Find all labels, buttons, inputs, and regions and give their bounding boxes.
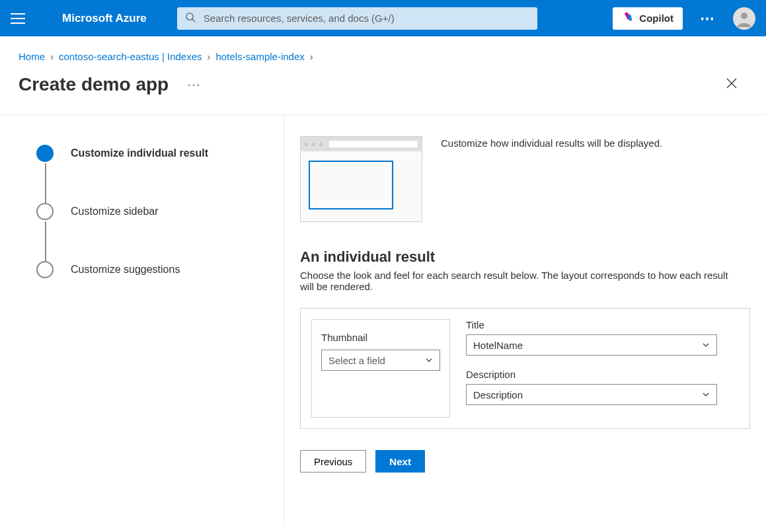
thumbnail-select-value: Select a field bbox=[328, 355, 385, 366]
copilot-button[interactable]: Copilot bbox=[613, 7, 683, 30]
step-label: Customize individual result bbox=[71, 147, 208, 159]
section-heading: An individual result bbox=[300, 248, 750, 266]
page-more-icon[interactable]: ⋯ bbox=[187, 77, 201, 93]
breadcrumb-resource[interactable]: contoso-search-eastus | Indexes bbox=[59, 51, 202, 62]
thumbnail-select[interactable]: Select a field bbox=[321, 350, 440, 371]
step-label: Customize suggestions bbox=[71, 264, 180, 276]
chevron-down-icon bbox=[702, 341, 710, 349]
svg-point-0 bbox=[186, 13, 193, 19]
result-preview-illustration bbox=[300, 136, 422, 222]
hamburger-icon[interactable] bbox=[11, 13, 25, 24]
copilot-label: Copilot bbox=[639, 13, 673, 24]
fields-right-column: Title HotelName Description Description bbox=[466, 319, 739, 405]
thumbnail-column: Thumbnail Select a field bbox=[311, 319, 450, 418]
svg-line-1 bbox=[192, 19, 195, 22]
step-item-individual-result[interactable]: Customize individual result bbox=[36, 145, 265, 162]
description-select-value: Description bbox=[473, 389, 523, 400]
close-icon[interactable] bbox=[721, 71, 742, 97]
preview-description: Customize how individual results will be… bbox=[441, 136, 662, 149]
chevron-right-icon: › bbox=[50, 51, 54, 62]
step-circle-icon bbox=[36, 203, 54, 220]
page-header: Create demo app ⋯ bbox=[0, 67, 766, 114]
title-select[interactable]: HotelName bbox=[466, 334, 717, 356]
section-subtext: Choose the look and feel for each search… bbox=[300, 270, 743, 292]
title-label: Title bbox=[466, 319, 739, 330]
svg-point-2 bbox=[741, 13, 747, 19]
step-item-sidebar[interactable]: Customize sidebar bbox=[36, 203, 265, 220]
search-box[interactable] bbox=[177, 7, 537, 30]
breadcrumb: Home › contoso-search-eastus | Indexes ›… bbox=[0, 36, 766, 67]
chevron-down-icon bbox=[425, 356, 433, 364]
thumbnail-label: Thumbnail bbox=[321, 332, 440, 343]
description-label: Description bbox=[466, 369, 739, 380]
field-configuration-box: Thumbnail Select a field Title HotelName… bbox=[300, 308, 750, 429]
wizard-footer: Previous Next bbox=[300, 429, 750, 473]
step-nav: Customize individual result Customize si… bbox=[0, 115, 284, 525]
next-button[interactable]: Next bbox=[375, 450, 425, 473]
brand-label[interactable]: Microsoft Azure bbox=[62, 12, 147, 25]
copilot-icon bbox=[622, 11, 634, 25]
chevron-right-icon: › bbox=[310, 51, 313, 62]
search-icon bbox=[185, 12, 196, 25]
chevron-down-icon bbox=[702, 391, 710, 399]
step-circle-icon bbox=[36, 145, 54, 162]
search-input[interactable] bbox=[202, 12, 529, 24]
person-icon bbox=[736, 10, 753, 27]
top-bar: Microsoft Azure Copilot ⋯ bbox=[0, 0, 766, 36]
main-pane: Customize how individual results will be… bbox=[284, 115, 766, 525]
more-icon[interactable]: ⋯ bbox=[700, 10, 716, 27]
breadcrumb-index[interactable]: hotels-sample-index bbox=[216, 51, 305, 62]
page-title: Create demo app bbox=[19, 74, 169, 95]
step-circle-icon bbox=[36, 261, 54, 278]
avatar[interactable] bbox=[733, 7, 755, 30]
breadcrumb-home[interactable]: Home bbox=[19, 51, 45, 62]
step-item-suggestions[interactable]: Customize suggestions bbox=[36, 261, 265, 278]
chevron-right-icon: › bbox=[208, 51, 211, 62]
title-select-value: HotelName bbox=[473, 340, 523, 351]
description-select[interactable]: Description bbox=[466, 384, 717, 405]
previous-button[interactable]: Previous bbox=[300, 450, 366, 473]
step-label: Customize sidebar bbox=[71, 206, 159, 217]
